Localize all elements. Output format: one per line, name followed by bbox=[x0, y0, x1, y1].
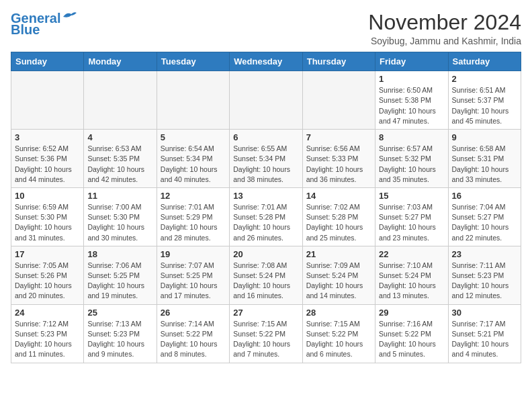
day-info: Sunrise: 6:56 AM Sunset: 5:33 PM Dayligh… bbox=[306, 144, 371, 185]
day-number: 13 bbox=[233, 191, 298, 201]
logo-bird-icon bbox=[62, 10, 77, 22]
table-row: 8Sunrise: 6:57 AM Sunset: 5:32 PM Daylig… bbox=[375, 130, 448, 188]
col-thursday: Thursday bbox=[302, 52, 375, 71]
table-row: 12Sunrise: 7:01 AM Sunset: 5:29 PM Dayli… bbox=[157, 187, 229, 246]
day-number: 19 bbox=[161, 249, 226, 259]
table-row bbox=[230, 71, 302, 130]
day-info: Sunrise: 6:51 AM Sunset: 5:37 PM Dayligh… bbox=[452, 85, 517, 126]
day-number: 4 bbox=[87, 132, 152, 142]
day-info: Sunrise: 7:07 AM Sunset: 5:25 PM Dayligh… bbox=[161, 261, 226, 302]
day-info: Sunrise: 6:59 AM Sunset: 5:30 PM Dayligh… bbox=[15, 202, 80, 243]
day-number: 22 bbox=[379, 249, 444, 259]
day-number: 18 bbox=[87, 249, 152, 259]
table-row: 19Sunrise: 7:07 AM Sunset: 5:25 PM Dayli… bbox=[157, 246, 229, 304]
day-number: 28 bbox=[306, 308, 371, 318]
day-number: 25 bbox=[87, 308, 152, 318]
day-info: Sunrise: 6:54 AM Sunset: 5:34 PM Dayligh… bbox=[161, 144, 226, 185]
day-info: Sunrise: 7:01 AM Sunset: 5:28 PM Dayligh… bbox=[233, 202, 298, 243]
calendar-week-row: 17Sunrise: 7:05 AM Sunset: 5:26 PM Dayli… bbox=[11, 246, 521, 304]
day-info: Sunrise: 7:01 AM Sunset: 5:29 PM Dayligh… bbox=[161, 202, 226, 243]
day-info: Sunrise: 6:53 AM Sunset: 5:35 PM Dayligh… bbox=[87, 144, 152, 185]
day-number: 9 bbox=[452, 132, 517, 142]
col-tuesday: Tuesday bbox=[157, 52, 229, 71]
day-number: 30 bbox=[452, 308, 517, 318]
day-info: Sunrise: 7:15 AM Sunset: 5:22 PM Dayligh… bbox=[233, 319, 298, 360]
title-section: November 2024 Soyibug, Jammu and Kashmir… bbox=[368, 11, 521, 46]
day-number: 6 bbox=[233, 132, 298, 142]
day-number: 3 bbox=[15, 132, 80, 142]
calendar-week-row: 3Sunrise: 6:52 AM Sunset: 5:36 PM Daylig… bbox=[11, 130, 521, 188]
day-number: 20 bbox=[233, 249, 298, 259]
table-row bbox=[11, 71, 84, 130]
table-row: 9Sunrise: 6:58 AM Sunset: 5:31 PM Daylig… bbox=[448, 130, 521, 188]
table-row: 18Sunrise: 7:06 AM Sunset: 5:25 PM Dayli… bbox=[84, 246, 157, 304]
table-row bbox=[302, 71, 375, 130]
day-number: 26 bbox=[161, 308, 226, 318]
calendar-table: Sunday Monday Tuesday Wednesday Thursday… bbox=[11, 52, 521, 363]
table-row: 11Sunrise: 7:00 AM Sunset: 5:30 PM Dayli… bbox=[84, 187, 157, 246]
table-row: 28Sunrise: 7:15 AM Sunset: 5:22 PM Dayli… bbox=[302, 304, 375, 363]
table-row bbox=[84, 71, 157, 130]
day-info: Sunrise: 7:15 AM Sunset: 5:22 PM Dayligh… bbox=[306, 319, 371, 360]
day-number: 29 bbox=[379, 308, 444, 318]
calendar-week-row: 1Sunrise: 6:50 AM Sunset: 5:38 PM Daylig… bbox=[11, 71, 521, 130]
table-row: 26Sunrise: 7:14 AM Sunset: 5:22 PM Dayli… bbox=[157, 304, 229, 363]
table-row: 5Sunrise: 6:54 AM Sunset: 5:34 PM Daylig… bbox=[157, 130, 229, 188]
logo-bottom-text: Blue bbox=[11, 22, 40, 38]
day-number: 7 bbox=[306, 132, 371, 142]
page-header: General Blue November 2024 Soyibug, Jamm… bbox=[11, 11, 521, 46]
table-row: 20Sunrise: 7:08 AM Sunset: 5:24 PM Dayli… bbox=[230, 246, 302, 304]
table-row: 14Sunrise: 7:02 AM Sunset: 5:28 PM Dayli… bbox=[302, 187, 375, 246]
day-info: Sunrise: 7:04 AM Sunset: 5:27 PM Dayligh… bbox=[452, 202, 517, 243]
calendar-week-row: 10Sunrise: 6:59 AM Sunset: 5:30 PM Dayli… bbox=[11, 187, 521, 246]
day-info: Sunrise: 6:50 AM Sunset: 5:38 PM Dayligh… bbox=[379, 85, 444, 126]
day-number: 2 bbox=[452, 74, 517, 84]
day-number: 10 bbox=[15, 191, 80, 201]
table-row: 2Sunrise: 6:51 AM Sunset: 5:37 PM Daylig… bbox=[448, 71, 521, 130]
day-number: 24 bbox=[15, 308, 80, 318]
day-info: Sunrise: 7:16 AM Sunset: 5:22 PM Dayligh… bbox=[379, 319, 444, 360]
calendar-week-row: 24Sunrise: 7:12 AM Sunset: 5:23 PM Dayli… bbox=[11, 304, 521, 363]
day-number: 5 bbox=[161, 132, 226, 142]
table-row: 3Sunrise: 6:52 AM Sunset: 5:36 PM Daylig… bbox=[11, 130, 84, 188]
day-info: Sunrise: 7:12 AM Sunset: 5:23 PM Dayligh… bbox=[15, 319, 80, 360]
col-friday: Friday bbox=[375, 52, 448, 71]
table-row: 25Sunrise: 7:13 AM Sunset: 5:23 PM Dayli… bbox=[84, 304, 157, 363]
day-number: 16 bbox=[452, 191, 517, 201]
day-number: 27 bbox=[233, 308, 298, 318]
table-row: 16Sunrise: 7:04 AM Sunset: 5:27 PM Dayli… bbox=[448, 187, 521, 246]
col-saturday: Saturday bbox=[448, 52, 521, 71]
calendar-header-row: Sunday Monday Tuesday Wednesday Thursday… bbox=[11, 52, 521, 71]
day-info: Sunrise: 7:09 AM Sunset: 5:24 PM Dayligh… bbox=[306, 261, 371, 302]
table-row: 6Sunrise: 6:55 AM Sunset: 5:34 PM Daylig… bbox=[230, 130, 302, 188]
day-info: Sunrise: 7:10 AM Sunset: 5:24 PM Dayligh… bbox=[379, 261, 444, 302]
day-number: 1 bbox=[379, 74, 444, 84]
day-number: 14 bbox=[306, 191, 371, 201]
day-info: Sunrise: 6:55 AM Sunset: 5:34 PM Dayligh… bbox=[233, 144, 298, 185]
table-row: 21Sunrise: 7:09 AM Sunset: 5:24 PM Dayli… bbox=[302, 246, 375, 304]
day-info: Sunrise: 7:06 AM Sunset: 5:25 PM Dayligh… bbox=[87, 261, 152, 302]
day-info: Sunrise: 7:11 AM Sunset: 5:23 PM Dayligh… bbox=[452, 261, 517, 302]
day-info: Sunrise: 6:58 AM Sunset: 5:31 PM Dayligh… bbox=[452, 144, 517, 185]
table-row: 15Sunrise: 7:03 AM Sunset: 5:27 PM Dayli… bbox=[375, 187, 448, 246]
table-row: 22Sunrise: 7:10 AM Sunset: 5:24 PM Dayli… bbox=[375, 246, 448, 304]
table-row: 1Sunrise: 6:50 AM Sunset: 5:38 PM Daylig… bbox=[375, 71, 448, 130]
table-row: 29Sunrise: 7:16 AM Sunset: 5:22 PM Dayli… bbox=[375, 304, 448, 363]
day-number: 15 bbox=[379, 191, 444, 201]
day-info: Sunrise: 7:13 AM Sunset: 5:23 PM Dayligh… bbox=[87, 319, 152, 360]
day-info: Sunrise: 6:57 AM Sunset: 5:32 PM Dayligh… bbox=[379, 144, 444, 185]
table-row: 23Sunrise: 7:11 AM Sunset: 5:23 PM Dayli… bbox=[448, 246, 521, 304]
location-subtitle: Soyibug, Jammu and Kashmir, India bbox=[368, 36, 521, 46]
day-info: Sunrise: 7:03 AM Sunset: 5:27 PM Dayligh… bbox=[379, 202, 444, 243]
day-number: 21 bbox=[306, 249, 371, 259]
day-info: Sunrise: 7:00 AM Sunset: 5:30 PM Dayligh… bbox=[87, 202, 152, 243]
table-row bbox=[157, 71, 229, 130]
table-row: 17Sunrise: 7:05 AM Sunset: 5:26 PM Dayli… bbox=[11, 246, 84, 304]
day-info: Sunrise: 7:05 AM Sunset: 5:26 PM Dayligh… bbox=[15, 261, 80, 302]
table-row: 4Sunrise: 6:53 AM Sunset: 5:35 PM Daylig… bbox=[84, 130, 157, 188]
day-info: Sunrise: 6:52 AM Sunset: 5:36 PM Dayligh… bbox=[15, 144, 80, 185]
table-row: 7Sunrise: 6:56 AM Sunset: 5:33 PM Daylig… bbox=[302, 130, 375, 188]
day-number: 12 bbox=[161, 191, 226, 201]
table-row: 30Sunrise: 7:17 AM Sunset: 5:21 PM Dayli… bbox=[448, 304, 521, 363]
day-info: Sunrise: 7:14 AM Sunset: 5:22 PM Dayligh… bbox=[161, 319, 226, 360]
